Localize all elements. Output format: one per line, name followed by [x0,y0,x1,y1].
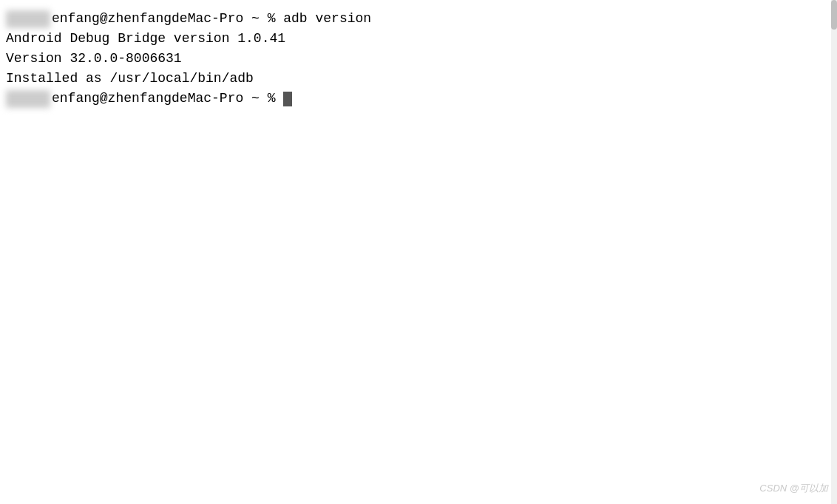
prompt-user-1: enfang@zhenfangdeMac-Pro ~ % [52,9,283,29]
terminal-line-5: enfang@zhenfangdeMac-Pro ~ % [6,89,831,109]
output-2: Version 32.0.0-8006631 [6,49,182,69]
output-3: Installed as /usr/local/bin/adb [6,69,254,89]
output-1: Android Debug Bridge version 1.0.41 [6,29,285,49]
terminal-line-2: Android Debug Bridge version 1.0.41 [6,29,831,49]
command-1: adb version [283,9,371,29]
terminal-content: enfang@zhenfangdeMac-Pro ~ % adb version… [0,6,837,112]
avatar-blur-2 [6,90,50,108]
terminal-line-4: Installed as /usr/local/bin/adb [6,69,831,89]
terminal-line-1: enfang@zhenfangdeMac-Pro ~ % adb version [6,9,831,29]
scrollbar[interactable] [831,0,837,504]
scrollbar-thumb[interactable] [831,0,837,30]
terminal-line-3: Version 32.0.0-8006631 [6,49,831,69]
terminal-cursor [283,92,292,106]
terminal-window[interactable]: enfang@zhenfangdeMac-Pro ~ % adb version… [0,0,837,504]
prompt-user-2: enfang@zhenfangdeMac-Pro ~ % [52,89,283,109]
watermark: CSDN @可以加 [759,482,828,495]
avatar-blur-1 [6,10,50,28]
